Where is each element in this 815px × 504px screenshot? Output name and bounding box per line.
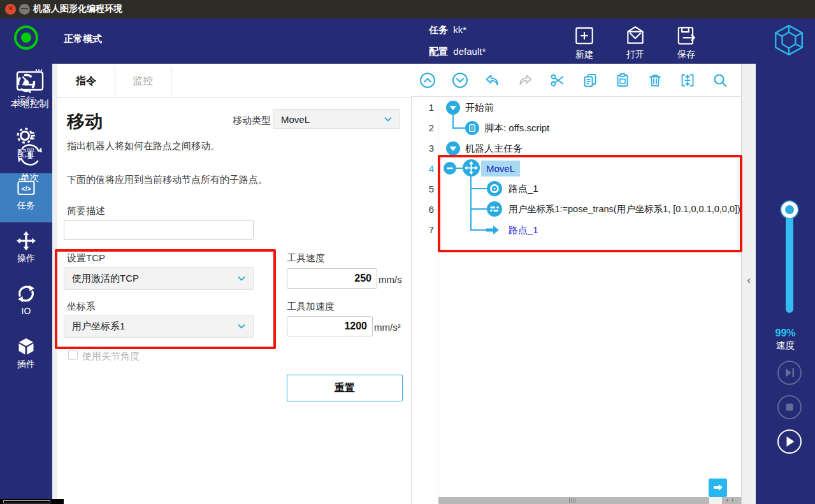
frame-label: 坐标系 — [67, 301, 96, 313]
chevron-down-icon — [384, 117, 392, 122]
goto-arrow-icon[interactable] — [486, 225, 500, 235]
tree-node-waypoint1[interactable]: 路点_1 — [508, 178, 538, 199]
speed-label: 速度 — [756, 340, 815, 352]
chevron-down-icon — [238, 276, 245, 281]
tree-node-assignment[interactable]: 用户坐标系1:=pose_trans(用户坐标系1, [0.1,0,0.1,0,… — [508, 199, 740, 219]
tcp-dropdown[interactable]: 使用激活的TCP — [64, 267, 254, 290]
assignment-node-icon[interactable] — [487, 201, 502, 217]
speed-slider-handle[interactable] — [781, 201, 798, 218]
new-task-button[interactable]: 新建 — [564, 24, 605, 61]
mode-label: 正常模式 — [64, 33, 102, 45]
panel-tabbar: 指令 监控 — [57, 64, 411, 98]
collapse-panel-icon[interactable]: ‹ — [743, 273, 754, 288]
brief-input[interactable] — [64, 220, 254, 240]
arrow-right-icon — [713, 484, 723, 491]
terminal-icon — [15, 69, 45, 96]
row-number-selected: 4 — [411, 159, 434, 179]
tcp-label: 设置TCP — [67, 252, 105, 264]
close-button[interactable]: ✕ — [5, 4, 16, 15]
sidebar-item-operate[interactable]: 操作 — [0, 226, 52, 275]
cut-icon[interactable] — [549, 72, 566, 89]
row-number: 6 — [411, 199, 434, 220]
collapse-minus-icon[interactable] — [444, 162, 456, 175]
tab-monitor[interactable]: 监控 — [115, 64, 171, 98]
undo-icon[interactable] — [484, 72, 501, 89]
speed-percent: 99% — [756, 328, 815, 339]
stop-button[interactable] — [777, 395, 802, 419]
paste-icon[interactable] — [614, 72, 631, 89]
tree-row-numbers: 1 2 3 4 5 6 7 — [411, 97, 438, 497]
open-task-button[interactable]: 打开 — [615, 24, 656, 61]
play-icon — [779, 431, 800, 452]
speed-slider-track[interactable] — [786, 210, 793, 313]
task-row: 任务 kk* — [429, 24, 466, 36]
save-task-button[interactable]: 保存 — [666, 24, 707, 61]
page-title: 移动 — [67, 110, 103, 134]
tool-speed-unit: mm/s — [379, 274, 402, 285]
redo-icon[interactable] — [517, 72, 533, 89]
move-down-icon[interactable] — [452, 72, 468, 89]
svg-text:1: 1 — [27, 150, 32, 161]
cube-icon — [15, 336, 37, 357]
tree-node-main-task[interactable]: 机器人主任务 — [465, 138, 523, 159]
tree-toolbar — [411, 64, 741, 97]
local-control-button[interactable]: 本地控制 — [0, 69, 59, 110]
replace-icon[interactable] — [679, 72, 696, 89]
single-cycle-icon: 1 — [15, 140, 45, 169]
sidebar-item-plugin[interactable]: 插件 — [0, 332, 52, 381]
new-file-icon — [573, 24, 596, 47]
open-file-icon — [624, 24, 647, 47]
tool-speed-input[interactable] — [287, 268, 377, 289]
program-tree-panel — [411, 64, 741, 504]
io-cycle-icon — [15, 283, 37, 305]
config-label: 配置 — [429, 46, 448, 57]
row-number: 1 — [411, 97, 434, 118]
minimize-button[interactable]: — — [19, 4, 30, 15]
stop-icon — [779, 396, 800, 418]
tree-node-script[interactable]: 脚本: offs.script — [484, 118, 549, 138]
move-type-dropdown[interactable]: MoveL — [273, 109, 400, 129]
script-node-icon[interactable] — [465, 121, 479, 135]
chevron-down-icon — [238, 324, 245, 329]
delete-icon[interactable] — [647, 72, 663, 89]
tab-instruction[interactable]: 指令 — [57, 64, 115, 98]
step-icon — [779, 362, 800, 384]
save-icon — [675, 24, 698, 47]
movel-node-icon[interactable] — [463, 159, 480, 176]
sidebar-item-io[interactable]: IO — [0, 279, 52, 328]
description-line1: 指出机器人将如何在路点之间移动。 — [67, 140, 220, 152]
step-button[interactable] — [777, 361, 802, 385]
row-number: 3 — [411, 138, 434, 159]
single-run-button[interactable]: 1 单次 — [0, 140, 59, 184]
tool-accel-input[interactable] — [287, 316, 373, 336]
svg-text:</>: </> — [21, 185, 31, 192]
expand-node-icon[interactable] — [446, 141, 460, 155]
waypoint-node-icon[interactable] — [487, 181, 502, 196]
description-line2: 下面的值将应用到当前移动节点所有的子路点。 — [67, 174, 268, 186]
row-number: 2 — [411, 118, 434, 138]
reset-button[interactable]: 重置 — [287, 375, 403, 401]
expand-node-icon[interactable] — [446, 101, 460, 115]
app-header: 正常模式 任务 kk* 配置 default* 新建 — [0, 18, 815, 64]
tree-node-movel-selected[interactable]: MoveL — [481, 161, 520, 176]
tool-speed-label: 工具速度 — [287, 252, 325, 264]
joint-angle-checkbox[interactable] — [68, 350, 78, 360]
tree-node-waypoint1-ref[interactable]: 路点_1 — [508, 220, 538, 240]
copy-icon[interactable] — [582, 72, 598, 89]
robot-programming-app: ✕ — 机器人图形化编程环境 正常模式 任务 kk* 配置 default* 新… — [0, 0, 815, 504]
scrollbar-arrows[interactable]: ‹› — [722, 497, 741, 504]
tree-node-before-start[interactable]: 开始前 — [465, 97, 494, 118]
play-button[interactable] — [777, 429, 802, 454]
panel-gutter — [52, 64, 57, 504]
window-title: 机器人图形化编程环境 — [33, 3, 122, 15]
task-label: 任务 — [429, 24, 448, 35]
scroll-next-button[interactable] — [709, 479, 727, 497]
frame-dropdown[interactable]: 用户坐标系1 — [64, 315, 254, 338]
move-arrows-icon — [15, 230, 37, 252]
move-up-icon[interactable] — [419, 72, 436, 89]
os-titlebar: ✕ — 机器人图形化编程环境 — [0, 0, 815, 18]
brand-logo-icon — [772, 24, 805, 57]
search-icon[interactable] — [712, 72, 728, 89]
move-type-label: 移动类型 — [233, 115, 271, 127]
config-value: default* — [453, 46, 486, 57]
